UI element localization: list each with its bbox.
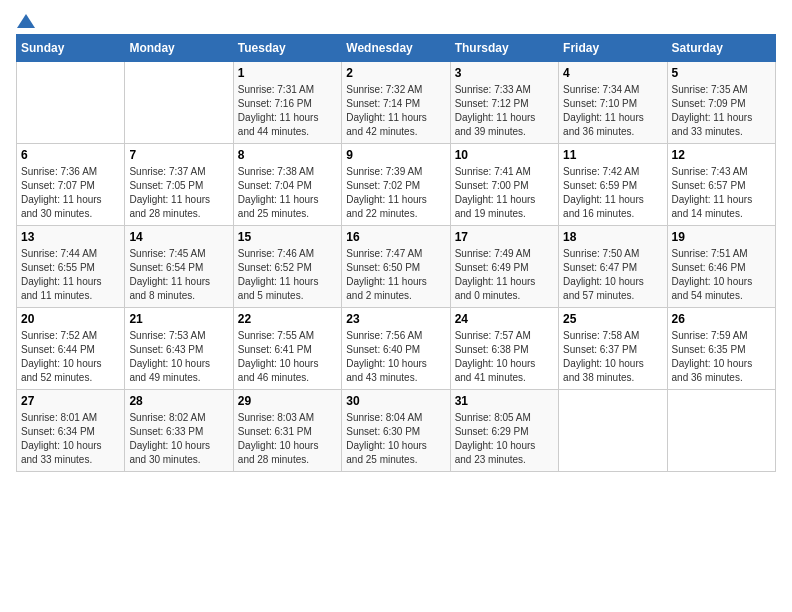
logo-bird-icon <box>17 12 35 30</box>
day-info: Sunrise: 7:44 AM Sunset: 6:55 PM Dayligh… <box>21 247 120 303</box>
day-cell: 14Sunrise: 7:45 AM Sunset: 6:54 PM Dayli… <box>125 226 233 308</box>
day-number: 4 <box>563 66 662 80</box>
day-info: Sunrise: 8:01 AM Sunset: 6:34 PM Dayligh… <box>21 411 120 467</box>
day-info: Sunrise: 7:56 AM Sunset: 6:40 PM Dayligh… <box>346 329 445 385</box>
day-cell: 1Sunrise: 7:31 AM Sunset: 7:16 PM Daylig… <box>233 62 341 144</box>
column-header-wednesday: Wednesday <box>342 35 450 62</box>
day-info: Sunrise: 7:37 AM Sunset: 7:05 PM Dayligh… <box>129 165 228 221</box>
day-info: Sunrise: 7:51 AM Sunset: 6:46 PM Dayligh… <box>672 247 771 303</box>
day-number: 23 <box>346 312 445 326</box>
day-info: Sunrise: 7:38 AM Sunset: 7:04 PM Dayligh… <box>238 165 337 221</box>
day-number: 14 <box>129 230 228 244</box>
day-info: Sunrise: 7:35 AM Sunset: 7:09 PM Dayligh… <box>672 83 771 139</box>
day-info: Sunrise: 7:46 AM Sunset: 6:52 PM Dayligh… <box>238 247 337 303</box>
column-header-tuesday: Tuesday <box>233 35 341 62</box>
week-row-1: 1Sunrise: 7:31 AM Sunset: 7:16 PM Daylig… <box>17 62 776 144</box>
day-number: 9 <box>346 148 445 162</box>
day-cell <box>17 62 125 144</box>
day-cell: 21Sunrise: 7:53 AM Sunset: 6:43 PM Dayli… <box>125 308 233 390</box>
day-cell: 31Sunrise: 8:05 AM Sunset: 6:29 PM Dayli… <box>450 390 558 472</box>
day-cell: 15Sunrise: 7:46 AM Sunset: 6:52 PM Dayli… <box>233 226 341 308</box>
day-info: Sunrise: 7:59 AM Sunset: 6:35 PM Dayligh… <box>672 329 771 385</box>
day-cell: 17Sunrise: 7:49 AM Sunset: 6:49 PM Dayli… <box>450 226 558 308</box>
day-info: Sunrise: 7:41 AM Sunset: 7:00 PM Dayligh… <box>455 165 554 221</box>
day-number: 13 <box>21 230 120 244</box>
day-number: 20 <box>21 312 120 326</box>
day-cell: 16Sunrise: 7:47 AM Sunset: 6:50 PM Dayli… <box>342 226 450 308</box>
day-cell: 26Sunrise: 7:59 AM Sunset: 6:35 PM Dayli… <box>667 308 775 390</box>
day-cell: 9Sunrise: 7:39 AM Sunset: 7:02 PM Daylig… <box>342 144 450 226</box>
day-number: 28 <box>129 394 228 408</box>
day-cell: 4Sunrise: 7:34 AM Sunset: 7:10 PM Daylig… <box>559 62 667 144</box>
day-number: 27 <box>21 394 120 408</box>
day-cell: 2Sunrise: 7:32 AM Sunset: 7:14 PM Daylig… <box>342 62 450 144</box>
week-row-2: 6Sunrise: 7:36 AM Sunset: 7:07 PM Daylig… <box>17 144 776 226</box>
page-header <box>16 16 776 26</box>
day-cell: 11Sunrise: 7:42 AM Sunset: 6:59 PM Dayli… <box>559 144 667 226</box>
day-number: 12 <box>672 148 771 162</box>
day-number: 31 <box>455 394 554 408</box>
day-cell: 13Sunrise: 7:44 AM Sunset: 6:55 PM Dayli… <box>17 226 125 308</box>
day-cell: 25Sunrise: 7:58 AM Sunset: 6:37 PM Dayli… <box>559 308 667 390</box>
day-cell: 24Sunrise: 7:57 AM Sunset: 6:38 PM Dayli… <box>450 308 558 390</box>
day-number: 17 <box>455 230 554 244</box>
day-cell: 27Sunrise: 8:01 AM Sunset: 6:34 PM Dayli… <box>17 390 125 472</box>
column-header-monday: Monday <box>125 35 233 62</box>
day-number: 3 <box>455 66 554 80</box>
day-info: Sunrise: 7:50 AM Sunset: 6:47 PM Dayligh… <box>563 247 662 303</box>
day-cell <box>559 390 667 472</box>
day-cell: 6Sunrise: 7:36 AM Sunset: 7:07 PM Daylig… <box>17 144 125 226</box>
day-cell: 8Sunrise: 7:38 AM Sunset: 7:04 PM Daylig… <box>233 144 341 226</box>
day-cell: 22Sunrise: 7:55 AM Sunset: 6:41 PM Dayli… <box>233 308 341 390</box>
column-header-friday: Friday <box>559 35 667 62</box>
header-row: SundayMondayTuesdayWednesdayThursdayFrid… <box>17 35 776 62</box>
day-info: Sunrise: 7:43 AM Sunset: 6:57 PM Dayligh… <box>672 165 771 221</box>
column-header-saturday: Saturday <box>667 35 775 62</box>
day-number: 22 <box>238 312 337 326</box>
day-number: 5 <box>672 66 771 80</box>
day-number: 21 <box>129 312 228 326</box>
day-cell <box>125 62 233 144</box>
logo <box>16 16 35 26</box>
day-info: Sunrise: 8:03 AM Sunset: 6:31 PM Dayligh… <box>238 411 337 467</box>
day-info: Sunrise: 7:32 AM Sunset: 7:14 PM Dayligh… <box>346 83 445 139</box>
day-cell: 29Sunrise: 8:03 AM Sunset: 6:31 PM Dayli… <box>233 390 341 472</box>
day-info: Sunrise: 7:57 AM Sunset: 6:38 PM Dayligh… <box>455 329 554 385</box>
day-number: 24 <box>455 312 554 326</box>
day-number: 6 <box>21 148 120 162</box>
day-info: Sunrise: 7:36 AM Sunset: 7:07 PM Dayligh… <box>21 165 120 221</box>
day-info: Sunrise: 7:31 AM Sunset: 7:16 PM Dayligh… <box>238 83 337 139</box>
day-info: Sunrise: 8:05 AM Sunset: 6:29 PM Dayligh… <box>455 411 554 467</box>
week-row-3: 13Sunrise: 7:44 AM Sunset: 6:55 PM Dayli… <box>17 226 776 308</box>
day-info: Sunrise: 7:53 AM Sunset: 6:43 PM Dayligh… <box>129 329 228 385</box>
day-cell: 18Sunrise: 7:50 AM Sunset: 6:47 PM Dayli… <box>559 226 667 308</box>
day-number: 11 <box>563 148 662 162</box>
column-header-sunday: Sunday <box>17 35 125 62</box>
day-number: 26 <box>672 312 771 326</box>
day-number: 19 <box>672 230 771 244</box>
day-number: 16 <box>346 230 445 244</box>
day-info: Sunrise: 7:34 AM Sunset: 7:10 PM Dayligh… <box>563 83 662 139</box>
svg-marker-0 <box>17 14 35 28</box>
day-info: Sunrise: 7:39 AM Sunset: 7:02 PM Dayligh… <box>346 165 445 221</box>
column-header-thursday: Thursday <box>450 35 558 62</box>
day-info: Sunrise: 7:33 AM Sunset: 7:12 PM Dayligh… <box>455 83 554 139</box>
day-cell <box>667 390 775 472</box>
day-number: 15 <box>238 230 337 244</box>
day-cell: 28Sunrise: 8:02 AM Sunset: 6:33 PM Dayli… <box>125 390 233 472</box>
day-info: Sunrise: 8:02 AM Sunset: 6:33 PM Dayligh… <box>129 411 228 467</box>
day-info: Sunrise: 7:42 AM Sunset: 6:59 PM Dayligh… <box>563 165 662 221</box>
day-info: Sunrise: 7:52 AM Sunset: 6:44 PM Dayligh… <box>21 329 120 385</box>
day-info: Sunrise: 7:45 AM Sunset: 6:54 PM Dayligh… <box>129 247 228 303</box>
day-info: Sunrise: 8:04 AM Sunset: 6:30 PM Dayligh… <box>346 411 445 467</box>
day-number: 8 <box>238 148 337 162</box>
day-info: Sunrise: 7:58 AM Sunset: 6:37 PM Dayligh… <box>563 329 662 385</box>
day-number: 2 <box>346 66 445 80</box>
day-cell: 12Sunrise: 7:43 AM Sunset: 6:57 PM Dayli… <box>667 144 775 226</box>
week-row-5: 27Sunrise: 8:01 AM Sunset: 6:34 PM Dayli… <box>17 390 776 472</box>
day-cell: 3Sunrise: 7:33 AM Sunset: 7:12 PM Daylig… <box>450 62 558 144</box>
day-number: 25 <box>563 312 662 326</box>
day-number: 18 <box>563 230 662 244</box>
day-cell: 23Sunrise: 7:56 AM Sunset: 6:40 PM Dayli… <box>342 308 450 390</box>
day-cell: 5Sunrise: 7:35 AM Sunset: 7:09 PM Daylig… <box>667 62 775 144</box>
